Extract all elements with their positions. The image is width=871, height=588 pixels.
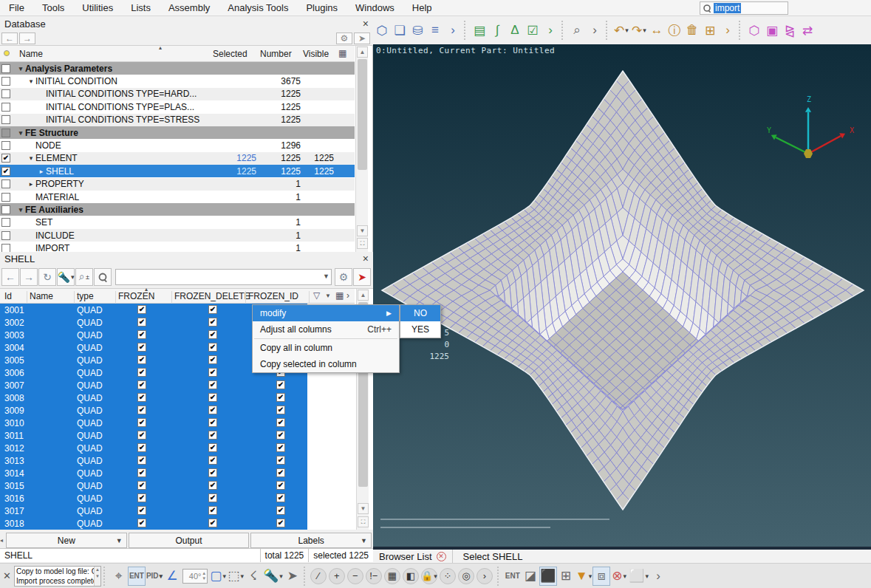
checkbox-frozen-id[interactable]: ✔ bbox=[276, 431, 285, 440]
close-icon[interactable]: × bbox=[363, 18, 369, 30]
checkbox-frozen[interactable]: ✔ bbox=[137, 506, 146, 515]
measure-icon[interactable]: ↔ bbox=[648, 21, 666, 40]
labels-button[interactable]: Labels▼ bbox=[250, 533, 372, 548]
zoom-select-icon[interactable]: ⌕ bbox=[568, 21, 586, 40]
checkbox-frozen-id[interactable]: ✔ bbox=[276, 393, 285, 402]
row-checkbox[interactable] bbox=[1, 115, 10, 124]
checkbox-frozen[interactable]: ✔ bbox=[137, 330, 146, 339]
pointer-cursor-icon[interactable]: ➤ bbox=[284, 567, 301, 586]
search-input-value[interactable]: import bbox=[714, 3, 741, 13]
dropdown-caret-icon[interactable]: ▾ bbox=[589, 572, 592, 580]
checkbox-frozen[interactable]: ✔ bbox=[137, 380, 146, 389]
dropdown-caret-icon[interactable]: ▾ bbox=[279, 572, 283, 580]
checkbox-frozen-id[interactable]: ✔ bbox=[276, 443, 285, 452]
more-chevron-icon[interactable]: › bbox=[719, 21, 737, 40]
redo-icon[interactable]: ↷▾ bbox=[630, 21, 648, 40]
submenu-item-yes[interactable]: YES bbox=[400, 321, 440, 338]
mesh-canvas[interactable]: ZYX bbox=[373, 44, 871, 547]
transparent-cube-icon[interactable]: ⬜▾ bbox=[628, 567, 649, 586]
checkbox-frozen-delete[interactable]: ✔ bbox=[208, 343, 217, 352]
menu-lists[interactable]: Lists bbox=[122, 1, 160, 15]
tree-row-fe-structure[interactable]: ▾FE Structure bbox=[0, 126, 355, 139]
shell-row-3015[interactable]: 3015QUAD✔✔✔ bbox=[0, 479, 355, 492]
gear-icon[interactable]: ⚙ bbox=[336, 33, 352, 44]
swap-arrows-icon[interactable]: ⇄ bbox=[799, 21, 816, 40]
shell-col-id[interactable]: Id bbox=[4, 291, 12, 301]
window-layout-icon[interactable]: ❏ bbox=[391, 21, 409, 40]
orientation-cone-icon[interactable]: ▼▾ bbox=[575, 567, 592, 586]
shell-col-frozen_id[interactable]: FROZEN_ID bbox=[248, 291, 298, 301]
row-checkbox[interactable] bbox=[1, 89, 10, 98]
layers-icon[interactable]: ▤ bbox=[471, 21, 488, 40]
database-icon[interactable]: ⛁ bbox=[409, 21, 426, 40]
checkbox-frozen-delete[interactable]: ✔ bbox=[208, 468, 217, 477]
shell-row-3016[interactable]: 3016QUAD✔✔✔ bbox=[0, 492, 355, 505]
shell-row-3012[interactable]: 3012QUAD✔✔✔ bbox=[0, 442, 355, 454]
dropdown-caret-icon[interactable]: ▼ bbox=[361, 537, 367, 544]
red-pointer-icon[interactable]: ➤ bbox=[353, 268, 371, 286]
checkbox-frozen-delete[interactable]: ✔ bbox=[208, 443, 217, 452]
shell-row-3008[interactable]: 3008QUAD✔✔✔ bbox=[0, 392, 355, 404]
delete-icon[interactable]: 🗑 bbox=[683, 21, 701, 40]
checkbox-frozen[interactable]: ✔ bbox=[137, 368, 146, 377]
highlight-flashlight-icon[interactable]: 🔦▾ bbox=[262, 567, 284, 586]
wireframe-cube-icon[interactable]: ⧈ bbox=[592, 567, 610, 586]
row-checkbox[interactable] bbox=[1, 231, 10, 240]
dropdown-caret-icon[interactable]: ▾ bbox=[625, 27, 629, 34]
tree-col-selected[interactable]: Selected bbox=[213, 49, 247, 59]
tab-browser-list[interactable]: Browser List ✕ bbox=[373, 550, 453, 563]
checkbox-frozen-delete[interactable]: ✔ bbox=[208, 481, 217, 490]
lock-icon[interactable]: 🔒▾ bbox=[421, 568, 437, 584]
dropdown-caret-icon[interactable]: ▾ bbox=[645, 572, 649, 580]
checkbox-frozen-delete[interactable]: ✔ bbox=[208, 393, 217, 402]
row-checkbox[interactable] bbox=[1, 180, 10, 188]
checkbox-frozen[interactable]: ✔ bbox=[137, 493, 146, 502]
checkbox-frozen-id[interactable]: ✔ bbox=[276, 506, 285, 515]
dropdown-caret-icon[interactable]: ▾ bbox=[240, 572, 244, 580]
checkbox-frozen-id[interactable]: ✔ bbox=[276, 406, 285, 414]
deselect-cursor-icon[interactable]: ⌖ bbox=[110, 567, 128, 586]
ent-display-icon[interactable]: ENT bbox=[504, 567, 522, 586]
target-icon[interactable]: ◎ bbox=[458, 568, 474, 584]
symmetry-icon[interactable]: ⧎ bbox=[781, 21, 799, 40]
menu-item-copy-all-in-column[interactable]: Copy all in column bbox=[253, 340, 399, 356]
row-checkbox[interactable] bbox=[1, 129, 10, 137]
pid-mode-button[interactable]: PID▾ bbox=[146, 567, 163, 586]
checkbox-frozen-delete[interactable]: ✔ bbox=[208, 431, 217, 440]
quality-scale-icon[interactable]: Δ bbox=[506, 21, 524, 40]
tree-row-include[interactable]: INCLUDE1 bbox=[0, 229, 355, 242]
forward-icon[interactable]: → bbox=[19, 33, 35, 44]
filter-dropdown-icon[interactable]: ▼ bbox=[325, 293, 331, 299]
more-chevron-icon[interactable]: › bbox=[477, 568, 493, 584]
slash-filter-icon[interactable]: ∕ bbox=[310, 568, 327, 584]
checkbox-frozen-delete[interactable]: ✔ bbox=[208, 368, 217, 377]
filter-funnel-icon[interactable]: ▽ bbox=[313, 290, 320, 301]
checkbox-frozen-delete[interactable]: ✔ bbox=[208, 456, 217, 465]
dropdown-caret-icon[interactable]: ▼ bbox=[116, 537, 123, 544]
shaded-cube-icon[interactable]: ⬛ bbox=[539, 567, 557, 586]
output-button[interactable]: Output bbox=[129, 533, 250, 548]
shell-col-frozen_delete[interactable]: FROZEN_DELETE bbox=[174, 291, 250, 301]
back-icon[interactable]: ← bbox=[1, 268, 19, 286]
checkbox-frozen[interactable]: ✔ bbox=[137, 406, 146, 414]
checkbox-frozen-delete[interactable]: ✔ bbox=[208, 305, 217, 314]
shell-row-3013[interactable]: 3013QUAD✔✔✔ bbox=[0, 454, 355, 467]
checkbox-frozen[interactable]: ✔ bbox=[137, 443, 146, 452]
checkbox-frozen-id[interactable]: ✔ bbox=[276, 380, 285, 389]
checkbox-frozen-delete[interactable]: ✔ bbox=[208, 330, 217, 339]
close-tab-icon[interactable]: ✕ bbox=[437, 552, 446, 561]
tree-row-initial-conditions-type-plas-[interactable]: INITIAL CONDITIONS TYPE=PLAS...1225 bbox=[0, 100, 355, 113]
shell-col-frozen[interactable]: FROZEN bbox=[118, 291, 154, 301]
scroll-left-icon[interactable]: ◂ bbox=[0, 533, 6, 548]
message-log[interactable]: Copy to model log file: C:/U Import proc… bbox=[14, 566, 101, 587]
angle-icon[interactable]: ∠ bbox=[163, 567, 181, 586]
checkbox-frozen-delete[interactable]: ✔ bbox=[208, 406, 217, 414]
undo-icon[interactable]: ↶▾ bbox=[612, 21, 630, 40]
row-checkbox[interactable] bbox=[1, 64, 10, 73]
menu-help[interactable]: Help bbox=[403, 1, 441, 15]
close-log-icon[interactable]: ✕ bbox=[3, 570, 11, 581]
expand-collapse-icon[interactable]: ▾ bbox=[16, 65, 25, 72]
close-icon[interactable]: × bbox=[363, 253, 369, 264]
shell-col-name[interactable]: Name bbox=[30, 291, 53, 301]
more-chevron-icon[interactable]: › bbox=[444, 21, 462, 40]
